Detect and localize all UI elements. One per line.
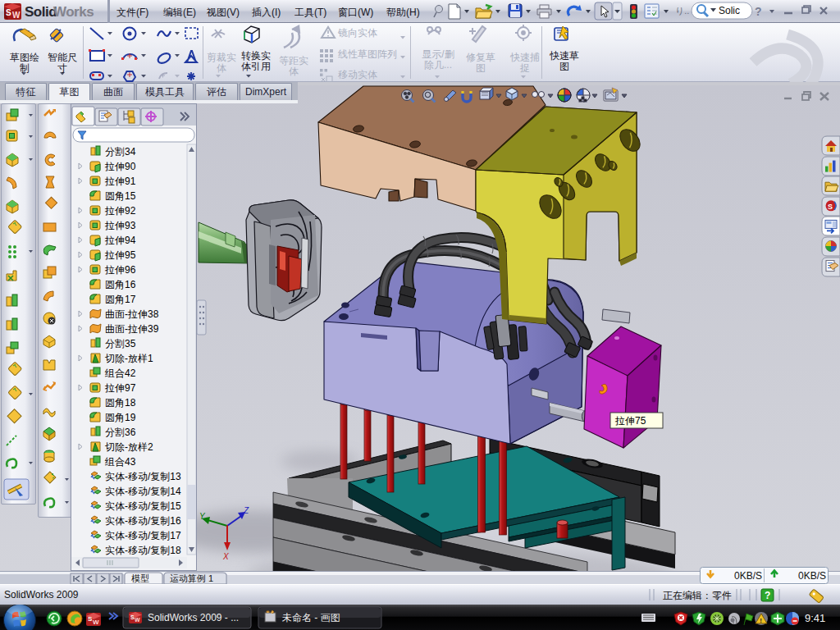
svg-text:运动算例 1: 运动算例 1: [170, 573, 213, 583]
svg-text:W: W: [135, 617, 140, 623]
svg-text:SolidWorks 2009 - ...: SolidWorks 2009 - ...: [148, 612, 239, 623]
svg-text:组合42: 组合42: [104, 368, 136, 379]
svg-text:!: !: [760, 617, 762, 624]
svg-text:分割35: 分割35: [105, 338, 136, 349]
svg-text:实体-移动/复制18: 实体-移动/复制18: [105, 545, 181, 556]
svg-text:拉伸96: 拉伸96: [104, 264, 136, 276]
svg-text:未命名 - 画图: 未命名 - 画图: [282, 612, 340, 623]
svg-text:实体-移动/复制16: 实体-移动/复制16: [105, 515, 181, 527]
svg-text:曲面-拉伸38: 曲面-拉伸38: [105, 308, 159, 320]
svg-text:拉伸95: 拉伸95: [104, 249, 136, 261]
svg-text:W: W: [93, 619, 99, 626]
svg-text:分割36: 分割36: [105, 427, 136, 438]
svg-text:模型: 模型: [131, 573, 149, 583]
svg-text:实体-移动/复制13: 实体-移动/复制13: [105, 471, 181, 482]
svg-text:实体-移动/复制15: 实体-移动/复制15: [105, 500, 181, 512]
svg-text:组合43: 组合43: [104, 456, 136, 468]
svg-text:拉伸93: 拉伸93: [104, 220, 136, 231]
svg-text:圆角17: 圆角17: [105, 294, 136, 305]
svg-text:S: S: [828, 203, 833, 211]
svg-text:分割34: 分割34: [105, 146, 136, 158]
svg-text:?: ?: [765, 590, 770, 601]
svg-text:X: X: [222, 552, 229, 561]
svg-text:圆角19: 圆角19: [105, 412, 136, 423]
svg-text:实体-移动/复制14: 实体-移动/复制14: [105, 486, 181, 497]
svg-text:Z: Z: [243, 506, 249, 515]
svg-text:0KB/S: 0KB/S: [734, 570, 762, 582]
svg-text:拉伸91: 拉伸91: [104, 176, 136, 187]
svg-text:拉伸90: 拉伸90: [104, 161, 136, 172]
svg-text:正在编辑：零件: 正在编辑：零件: [663, 590, 732, 601]
svg-text:拉伸75: 拉伸75: [614, 415, 646, 427]
svg-text:9:41: 9:41: [805, 612, 825, 624]
svg-text:切除-放样1: 切除-放样1: [104, 353, 153, 364]
svg-text:切除-放样2: 切除-放样2: [104, 441, 153, 453]
svg-text:圆角15: 圆角15: [105, 190, 136, 202]
svg-text:拉伸97: 拉伸97: [104, 382, 136, 394]
svg-text:拉伸92: 拉伸92: [104, 205, 136, 217]
svg-text:曲面-拉伸39: 曲面-拉伸39: [105, 323, 159, 335]
svg-text:拉伸94: 拉伸94: [104, 235, 136, 246]
svg-text:0KB/S: 0KB/S: [798, 570, 826, 582]
svg-text:圆角16: 圆角16: [105, 279, 136, 290]
svg-text:圆角18: 圆角18: [105, 397, 136, 409]
svg-text:实体-移动/复制17: 实体-移动/复制17: [105, 530, 181, 541]
